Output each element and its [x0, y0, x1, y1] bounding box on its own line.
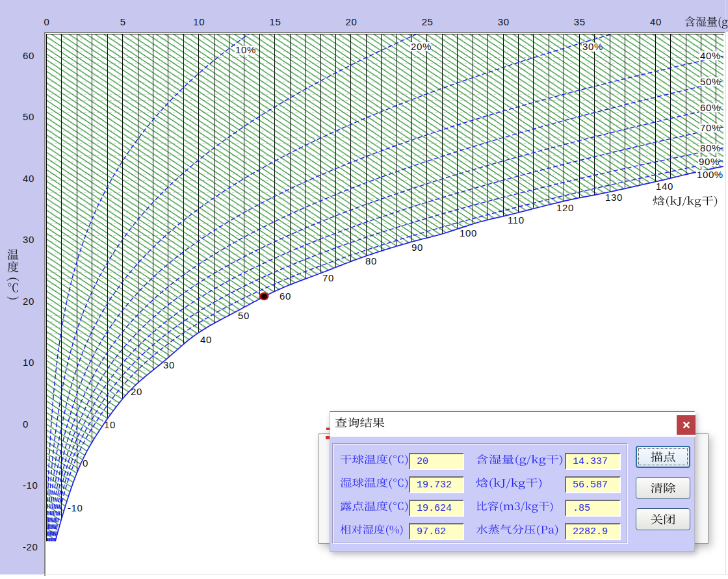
svg-text:60: 60: [23, 50, 34, 61]
svg-text:10: 10: [23, 357, 34, 368]
svg-text:25: 25: [422, 16, 434, 27]
svg-text:50: 50: [23, 111, 34, 122]
svg-text:5: 5: [120, 16, 126, 27]
svg-text:20: 20: [23, 296, 34, 307]
svg-text:90: 90: [411, 242, 423, 253]
svg-text:30: 30: [498, 16, 510, 27]
svg-text:40: 40: [650, 16, 662, 27]
svg-text:0: 0: [23, 418, 29, 430]
svg-text:-10: -10: [23, 480, 38, 491]
svg-text:10%: 10%: [235, 44, 256, 55]
svg-text:10: 10: [193, 16, 205, 27]
svg-text:40%: 40%: [700, 50, 721, 61]
svg-text:80: 80: [365, 255, 377, 266]
svg-text:40: 40: [200, 334, 212, 345]
svg-text:35: 35: [574, 16, 586, 27]
svg-text:100%: 100%: [697, 169, 723, 180]
svg-text:50: 50: [238, 310, 250, 321]
svg-text:30%: 30%: [582, 41, 603, 52]
svg-text:-20: -20: [23, 541, 38, 552]
svg-text:130: 130: [605, 192, 623, 203]
svg-text:20: 20: [346, 16, 358, 27]
svg-text:110: 110: [508, 214, 525, 225]
svg-text:140: 140: [656, 181, 673, 192]
svg-text:60: 60: [280, 290, 291, 302]
svg-text:90%: 90%: [699, 156, 720, 167]
svg-text:70%: 70%: [700, 122, 721, 133]
svg-text:15: 15: [269, 16, 281, 27]
svg-text:120: 120: [556, 202, 574, 213]
svg-text:30: 30: [23, 234, 34, 245]
svg-text:50%: 50%: [700, 76, 721, 87]
svg-text:0: 0: [44, 16, 50, 27]
svg-text:70: 70: [322, 272, 334, 283]
svg-text:-10: -10: [68, 502, 83, 513]
svg-text:80%: 80%: [700, 142, 721, 153]
svg-text:100: 100: [460, 227, 477, 238]
svg-text:20%: 20%: [411, 41, 432, 52]
svg-text:60%: 60%: [700, 102, 721, 113]
svg-text:40: 40: [23, 173, 34, 184]
